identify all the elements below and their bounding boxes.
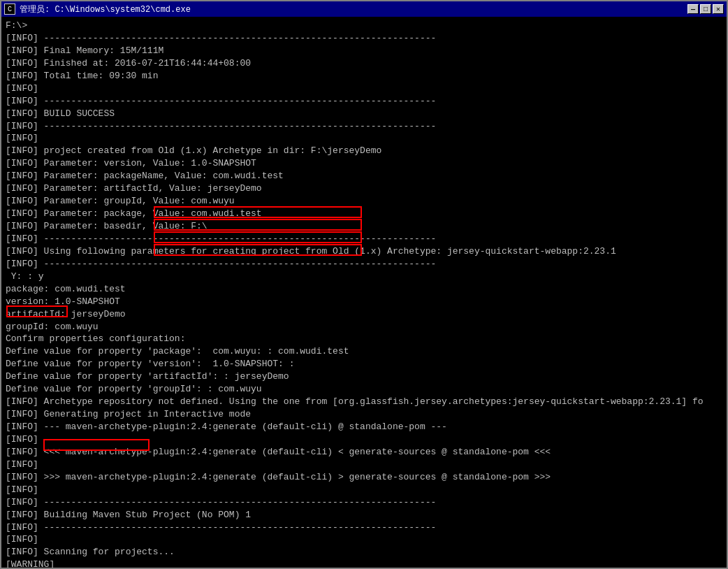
terminal-body: F:\>[INFO] -----------------------------… bbox=[1, 17, 727, 568]
title-bar-left: C 管理员: C:\Windows\system32\cmd.exe bbox=[4, 3, 191, 15]
terminal-line: [INFO] ---------------------------------… bbox=[6, 258, 722, 271]
terminal-line: Define value for property 'groupId': : c… bbox=[6, 383, 722, 396]
terminal-line: [INFO] bbox=[6, 484, 722, 496]
terminal-line: groupId: com.wuyu bbox=[6, 321, 722, 333]
terminal-line: [INFO] Parameter: groupId, Value: com.wu… bbox=[6, 195, 722, 208]
terminal-line: version: 1.0-SNAPSHOT bbox=[6, 296, 722, 308]
terminal-line: [INFO] Archetype repository not defined.… bbox=[6, 396, 722, 408]
terminal-line: [INFO] Parameter: version, Value: 1.0-SN… bbox=[6, 157, 722, 170]
terminal-line: [INFO] Building Maven Stub Project (No P… bbox=[6, 509, 722, 521]
terminal-line: [INFO] Scanning for projects... bbox=[6, 546, 722, 559]
terminal-line: [INFO] bbox=[6, 459, 722, 471]
terminal-line: [INFO] --- maven-archetype-plugin:2.4:ge… bbox=[6, 421, 722, 433]
terminal-line: [INFO] Using following parameters for cr… bbox=[6, 245, 722, 258]
terminal-line: Confirm properties configuration: bbox=[6, 333, 722, 345]
terminal-line: [INFO] ---------------------------------… bbox=[6, 521, 722, 534]
terminal-line: [INFO] ---------------------------------… bbox=[6, 95, 722, 108]
terminal-line: [INFO] bbox=[6, 82, 722, 95]
terminal-line: [INFO] bbox=[6, 132, 722, 145]
close-button[interactable]: ✕ bbox=[713, 4, 724, 14]
terminal-line: Define value for property 'artifactId': … bbox=[6, 370, 722, 383]
terminal-line: [INFO] >>> maven-archetype-plugin:2.4:ge… bbox=[6, 471, 722, 484]
terminal-line: [INFO] ---------------------------------… bbox=[6, 32, 722, 45]
terminal-line: Y: : y bbox=[6, 271, 722, 283]
terminal-line: [INFO] ---------------------------------… bbox=[6, 496, 722, 509]
terminal-line: [INFO] project created from Old (1.x) Ar… bbox=[6, 145, 722, 157]
terminal-line: [INFO] bbox=[6, 433, 722, 446]
terminal-line: [INFO] ---------------------------------… bbox=[6, 120, 722, 133]
terminal-line: [INFO] BUILD SUCCESS bbox=[6, 108, 722, 120]
cmd-icon: C bbox=[4, 3, 15, 15]
terminal-line: [INFO] Total time: 09:30 min bbox=[6, 70, 722, 82]
terminal-line: [INFO] Parameter: artifactId, Value: jer… bbox=[6, 182, 722, 195]
terminal-line: [INFO] bbox=[6, 533, 722, 546]
title-bar-controls[interactable]: — □ ✕ bbox=[687, 4, 724, 14]
terminal-line: [INFO] Parameter: package, Value: com.wu… bbox=[6, 208, 722, 220]
cmd-window: C 管理员: C:\Windows\system32\cmd.exe — □ ✕… bbox=[0, 0, 728, 569]
terminal-line: [INFO] Final Memory: 15M/111M bbox=[6, 45, 722, 57]
title-bar: C 管理员: C:\Windows\system32\cmd.exe — □ ✕ bbox=[1, 1, 727, 17]
minimize-button[interactable]: — bbox=[687, 4, 699, 14]
terminal-line: [INFO] <<< maven-archetype-plugin:2.4:ge… bbox=[6, 446, 722, 459]
terminal-line: [WARNING] bbox=[6, 559, 722, 568]
terminal-line: [INFO] Finished at: 2016-07-21T16:44:44+… bbox=[6, 57, 722, 70]
terminal-line: [INFO] Parameter: packageName, Value: co… bbox=[6, 170, 722, 182]
terminal-line: Define value for property 'version': 1.0… bbox=[6, 358, 722, 370]
terminal-line: F:\> bbox=[6, 20, 722, 32]
terminal-line: [INFO] ---------------------------------… bbox=[6, 233, 722, 245]
terminal-line: [INFO] Parameter: basedir, Value: F:\ bbox=[6, 220, 722, 233]
terminal-line: artifactId: jerseyDemo bbox=[6, 308, 722, 321]
terminal-line: [INFO] Generating project in Interactive… bbox=[6, 408, 722, 421]
window-title: 管理员: C:\Windows\system32\cmd.exe bbox=[20, 3, 191, 15]
terminal-line: Define value for property 'package': com… bbox=[6, 345, 722, 358]
maximize-button[interactable]: □ bbox=[700, 4, 711, 14]
terminal-line: package: com.wudi.test bbox=[6, 283, 722, 296]
